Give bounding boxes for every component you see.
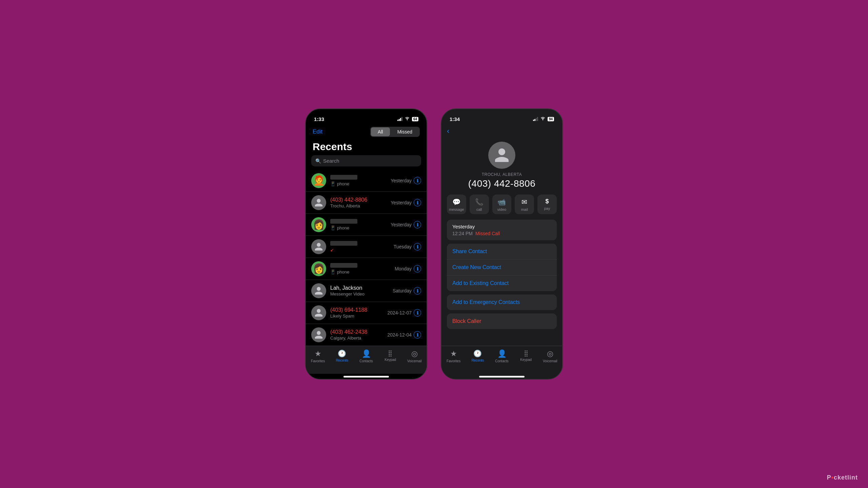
search-input[interactable]: Search — [323, 158, 339, 164]
call-meta: Yesterday ℹ — [391, 199, 421, 206]
add-existing-contact-button[interactable]: Add to Existing Contact — [447, 276, 557, 291]
call-info: 📱 phone — [330, 219, 387, 230]
add-emergency-button[interactable]: Add to Emergency Contacts — [447, 294, 557, 310]
status-bar-1: 1:33 64 — [306, 109, 427, 124]
list-item[interactable]: 👩 📱 phone Yesterday ℹ — [306, 214, 427, 236]
search-bar[interactable]: 🔍 Search — [311, 155, 421, 166]
tab-contacts[interactable]: 👤 Contacts — [354, 349, 378, 363]
tab-recents[interactable]: 🕐 Recents — [330, 349, 354, 362]
action-buttons: 💬 message 📞 call 📹 video ✉ mail $ p — [441, 195, 562, 220]
mail-button[interactable]: ✉ mail — [515, 195, 534, 214]
info-button[interactable]: ℹ — [414, 331, 421, 339]
list-item[interactable]: Lah, Jackson Messenger Video Saturday ℹ — [306, 280, 427, 302]
list-item[interactable]: ↙ Tuesday ℹ — [306, 236, 427, 258]
tab-label-contacts: Contacts — [359, 359, 373, 363]
call-name — [330, 241, 390, 247]
message-button[interactable]: 💬 message — [447, 195, 466, 214]
pay-button[interactable]: $ pay — [537, 195, 557, 214]
contact-avatar — [488, 142, 515, 169]
tab-favorites-2[interactable]: ★ Favorites — [441, 349, 466, 363]
nav-bar-1: Edit All Missed — [306, 124, 427, 140]
contacts-icon-2: 👤 — [497, 349, 507, 358]
call-name: (403) 442-8806 — [330, 197, 387, 203]
tab-recents-2[interactable]: 🕐 Recents — [466, 349, 490, 362]
call-subtext: Calgary, Alberta — [330, 336, 383, 341]
info-button[interactable]: ℹ — [414, 265, 421, 272]
recents-icon-2: 🕐 — [473, 349, 482, 358]
call-subtext: Messenger Video — [330, 291, 389, 297]
tab-label-favorites: Favorites — [311, 359, 325, 363]
tab-label-recents-2: Recents — [471, 359, 484, 362]
segment-missed[interactable]: Missed — [391, 127, 419, 136]
avatar — [311, 283, 326, 298]
phone-recents: 1:33 64 — [305, 108, 427, 380]
message-icon: 💬 — [452, 198, 461, 206]
tab-keypad[interactable]: ⣿ Keypad — [378, 349, 402, 362]
recents-screen: Edit All Missed Recents 🔍 Search 🧑‍🦰 — [306, 124, 427, 379]
list-item[interactable]: (403) 462-2438 Calgary, Alberta 2024-12-… — [306, 324, 427, 346]
list-item[interactable]: 🧑‍🦰 📱 phone Yesterday ℹ — [306, 170, 427, 192]
pay-label: pay — [544, 206, 550, 210]
block-caller-button[interactable]: Block Caller — [447, 313, 557, 329]
status-icons-1: 64 — [397, 117, 418, 121]
call-subtext: Trochu, Alberta — [330, 203, 387, 208]
video-button[interactable]: 📹 video — [492, 195, 512, 214]
info-button[interactable]: ℹ — [414, 199, 421, 206]
battery-icon-2: 94 — [548, 117, 554, 121]
info-button[interactable]: ℹ — [414, 243, 421, 250]
avatar: 👩 — [311, 261, 326, 276]
call-name: (403) 462-2438 — [330, 329, 383, 335]
recents-list: 🧑‍🦰 📱 phone Yesterday ℹ — [306, 170, 427, 346]
home-indicator-1 — [343, 376, 389, 378]
favorites-icon-2: ★ — [450, 349, 457, 358]
avatar: 👩 — [311, 217, 326, 232]
call-info: (403) 462-2438 Calgary, Alberta — [330, 329, 383, 341]
info-button[interactable]: ℹ — [414, 177, 421, 184]
back-bar: ‹ — [441, 124, 562, 138]
back-button[interactable]: ‹ — [447, 127, 449, 135]
info-button[interactable]: ℹ — [414, 309, 421, 317]
signal-icon-1 — [397, 117, 402, 121]
tab-bar-2: ★ Favorites 🕐 Recents 👤 Contacts ⣿ Keypa… — [441, 346, 562, 374]
call-meta: Monday ℹ — [395, 265, 421, 272]
emergency-section: Add to Emergency Contacts — [447, 294, 557, 310]
contact-location: TROCHU, ALBERTA — [482, 172, 522, 177]
list-item[interactable]: (403) 442-8806 Trochu, Alberta Yesterday… — [306, 192, 427, 214]
keypad-icon-2: ⣿ — [524, 349, 528, 357]
call-button[interactable]: 📞 call — [470, 195, 489, 214]
create-contact-button[interactable]: Create New Contact — [447, 260, 557, 276]
call-icon: 📞 — [475, 198, 484, 206]
tab-label-contacts-2: Contacts — [495, 359, 508, 363]
contact-options: Share Contact Create New Contact Add to … — [447, 244, 557, 291]
video-label: video — [497, 207, 506, 211]
status-time-2: 1:34 — [450, 116, 460, 122]
status-bar-2: 1:34 94 — [441, 109, 562, 124]
tab-label-keypad: Keypad — [384, 358, 396, 362]
info-button[interactable]: ℹ — [414, 221, 421, 228]
tab-favorites[interactable]: ★ Favorites — [306, 349, 330, 363]
list-item[interactable]: (403) 694-1188 Likely Spam 2024-12-07 ℹ — [306, 302, 427, 324]
voicemail-icon-2: ◎ — [547, 349, 553, 358]
watermark: P•cketlint — [827, 474, 858, 481]
avatar — [311, 195, 326, 210]
call-meta: 2024-12-07 ℹ — [387, 309, 421, 317]
mail-label: mail — [521, 207, 528, 211]
call-subtext: 📱 phone — [330, 225, 387, 230]
segment-control: All Missed — [370, 127, 420, 137]
wifi-icon-2 — [540, 117, 546, 121]
contacts-icon: 👤 — [362, 349, 371, 358]
pay-icon: $ — [546, 198, 549, 205]
list-item[interactable]: 👩 📱 phone Monday ℹ — [306, 258, 427, 280]
edit-button[interactable]: Edit — [313, 128, 322, 135]
call-name — [330, 219, 387, 225]
share-contact-button[interactable]: Share Contact — [447, 244, 557, 260]
tab-keypad-2[interactable]: ⣿ Keypad — [514, 349, 538, 362]
segment-all[interactable]: All — [371, 127, 390, 136]
tab-voicemail[interactable]: ◎ Voicemail — [402, 349, 427, 363]
wifi-icon-1 — [405, 117, 410, 121]
page-title: Recents — [306, 140, 427, 155]
message-label: message — [449, 207, 464, 211]
tab-voicemail-2[interactable]: ◎ Voicemail — [538, 349, 562, 363]
info-button[interactable]: ℹ — [414, 287, 421, 294]
tab-contacts-2[interactable]: 👤 Contacts — [490, 349, 514, 363]
